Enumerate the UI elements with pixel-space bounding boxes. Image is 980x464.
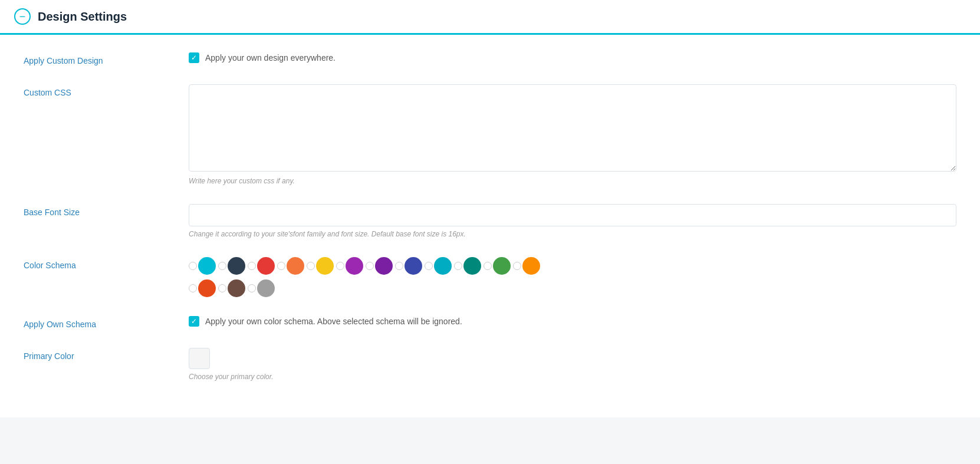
- color-option-grey[interactable]: [248, 279, 275, 297]
- color-radio: [395, 262, 403, 270]
- base-font-size-label: Base Font Size: [24, 204, 189, 217]
- apply-own-schema-row: Apply Own Schema ✓ Apply your own color …: [24, 316, 956, 331]
- color-circle-purple: [346, 257, 363, 275]
- base-font-size-field: Change it according to your site'sfont f…: [189, 204, 956, 238]
- primary-color-label: Primary Color: [24, 348, 189, 361]
- color-circle-teal: [463, 257, 481, 275]
- color-circle-deep-orange: [198, 279, 216, 297]
- color-radio: [513, 262, 521, 270]
- color-option-orange[interactable]: [277, 257, 304, 275]
- color-schema-field: [189, 257, 956, 297]
- color-radio: [189, 262, 197, 270]
- base-font-size-hint: Change it according to your site'sfont f…: [189, 230, 956, 238]
- color-schema-row: Color Schema: [24, 257, 956, 300]
- custom-css-row: Custom CSS Write here your custom css if…: [24, 84, 956, 187]
- apply-own-schema-label: Apply Own Schema: [24, 316, 189, 329]
- color-option-amber-orange[interactable]: [513, 257, 540, 275]
- color-radio: [218, 262, 226, 270]
- color-option-dark-navy[interactable]: [218, 257, 245, 275]
- color-circle-teal-cyan: [434, 257, 452, 275]
- color-option-indigo[interactable]: [395, 257, 422, 275]
- color-circle-amber-orange: [522, 257, 540, 275]
- primary-color-field: Choose your primary color.: [189, 348, 956, 381]
- color-circle-indigo: [405, 257, 422, 275]
- color-radio: [248, 284, 256, 292]
- color-circle-red: [257, 257, 275, 275]
- color-radio: [454, 262, 462, 270]
- page-wrapper: − Design Settings Apply Custom Design ✓ …: [0, 0, 980, 464]
- color-option-teal[interactable]: [454, 257, 481, 275]
- color-option-deep-purple[interactable]: [366, 257, 393, 275]
- page-title: Design Settings: [38, 10, 127, 24]
- color-option-cyan[interactable]: [189, 257, 216, 275]
- color-radio: [484, 262, 492, 270]
- color-circle-brown: [228, 279, 245, 297]
- color-option-yellow[interactable]: [307, 257, 334, 275]
- custom-css-textarea[interactable]: [189, 84, 956, 172]
- color-option-purple[interactable]: [336, 257, 363, 275]
- color-option-teal-cyan[interactable]: [425, 257, 452, 275]
- color-circle-dark-navy: [228, 257, 245, 275]
- color-option-green[interactable]: [484, 257, 511, 275]
- color-circle-yellow: [316, 257, 334, 275]
- page-header: − Design Settings: [0, 0, 980, 35]
- apply-custom-design-row: Apply Custom Design ✓ Apply your own des…: [24, 52, 956, 68]
- color-radio: [307, 262, 315, 270]
- base-font-size-row: Base Font Size Change it according to yo…: [24, 204, 956, 241]
- checkmark-icon: ✓: [191, 54, 197, 61]
- custom-css-field: Write here your custom css if any.: [189, 84, 956, 185]
- settings-content: Apply Custom Design ✓ Apply your own des…: [0, 35, 980, 417]
- base-font-size-input[interactable]: [189, 204, 956, 226]
- color-option-red[interactable]: [248, 257, 275, 275]
- color-circle-deep-purple: [375, 257, 393, 275]
- custom-css-label: Custom CSS: [24, 84, 189, 97]
- apply-custom-design-checkbox[interactable]: ✓: [189, 52, 199, 63]
- primary-color-swatch[interactable]: [189, 348, 210, 369]
- collapse-icon[interactable]: −: [14, 8, 31, 25]
- color-radio: [425, 262, 433, 270]
- apply-own-schema-checkbox-row: ✓ Apply your own color schema. Above sel…: [189, 316, 956, 327]
- apply-own-schema-checkbox-label: Apply your own color schema. Above selec…: [205, 317, 462, 326]
- color-circle-green: [493, 257, 511, 275]
- color-radio: [366, 262, 374, 270]
- color-circle-cyan: [198, 257, 216, 275]
- color-row-1: [189, 257, 956, 275]
- primary-color-row: Primary Color Choose your primary color.: [24, 348, 956, 383]
- apply-custom-design-checkbox-row: ✓ Apply your own design everywhere.: [189, 52, 956, 63]
- color-schema-container: [189, 257, 956, 297]
- color-schema-label: Color Schema: [24, 257, 189, 270]
- color-row-2: [189, 279, 956, 297]
- color-option-deep-orange[interactable]: [189, 279, 216, 297]
- apply-custom-design-checkbox-label: Apply your own design everywhere.: [205, 53, 336, 62]
- apply-own-schema-field: ✓ Apply your own color schema. Above sel…: [189, 316, 956, 327]
- apply-custom-design-label: Apply Custom Design: [24, 52, 189, 65]
- apply-custom-design-field: ✓ Apply your own design everywhere.: [189, 52, 956, 63]
- color-radio: [218, 284, 226, 292]
- apply-own-schema-checkbox[interactable]: ✓: [189, 316, 199, 327]
- color-radio: [189, 284, 197, 292]
- color-radio: [277, 262, 285, 270]
- color-option-brown[interactable]: [218, 279, 245, 297]
- color-radio: [248, 262, 256, 270]
- color-radio: [336, 262, 344, 270]
- checkmark-icon-2: ✓: [191, 318, 197, 325]
- color-circle-grey: [257, 279, 275, 297]
- custom-css-hint: Write here your custom css if any.: [189, 177, 956, 185]
- primary-color-hint: Choose your primary color.: [189, 373, 956, 381]
- color-circle-orange: [287, 257, 304, 275]
